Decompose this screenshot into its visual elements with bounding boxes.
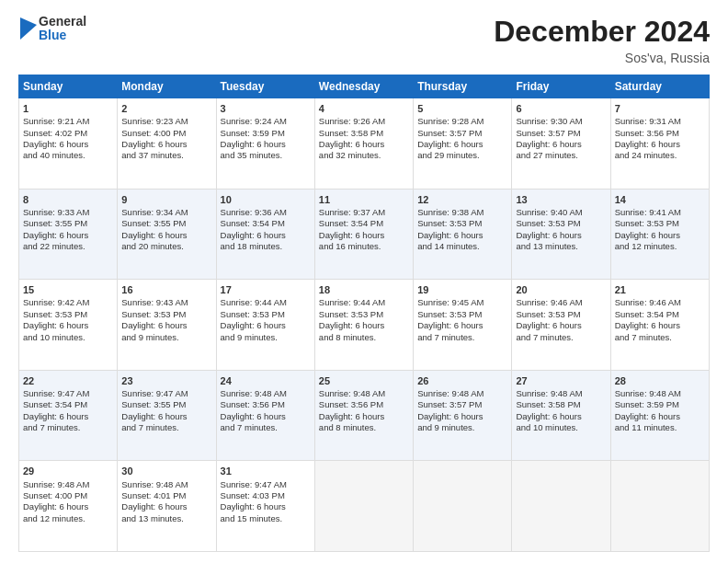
- col-saturday: Saturday: [610, 75, 709, 98]
- day-number: 22: [23, 374, 113, 387]
- month-title: December 2024: [494, 15, 710, 49]
- day-number: 2: [121, 102, 211, 115]
- day-number: 31: [221, 465, 311, 477]
- day-number: 10: [221, 193, 311, 206]
- calendar-cell: 30Sunrise: 9:48 AMSunset: 4:01 PMDayligh…: [118, 461, 216, 552]
- location: Sos'va, Russia: [494, 51, 710, 65]
- day-number: 23: [121, 374, 211, 387]
- day-number: 20: [516, 283, 606, 296]
- title-block: December 2024 Sos'va, Russia: [494, 15, 710, 65]
- calendar-cell: 20Sunrise: 9:46 AMSunset: 3:53 PMDayligh…: [512, 280, 610, 371]
- calendar-cell: 25Sunrise: 9:48 AMSunset: 3:56 PMDayligh…: [314, 370, 413, 461]
- logo-general: General: [39, 15, 86, 29]
- day-number: 15: [23, 283, 113, 296]
- col-wednesday: Wednesday: [314, 75, 413, 98]
- calendar-cell: 3Sunrise: 9:24 AMSunset: 3:59 PMDaylight…: [216, 98, 314, 190]
- calendar-cell: 15Sunrise: 9:42 AMSunset: 3:53 PMDayligh…: [19, 280, 118, 371]
- calendar-week-2: 8Sunrise: 9:33 AMSunset: 3:55 PMDaylight…: [19, 189, 710, 280]
- day-number: 13: [516, 193, 606, 206]
- calendar-cell: [512, 461, 610, 552]
- calendar-cell: 22Sunrise: 9:47 AMSunset: 3:54 PMDayligh…: [19, 370, 118, 461]
- calendar-week-4: 22Sunrise: 9:47 AMSunset: 3:54 PMDayligh…: [19, 370, 710, 461]
- calendar-cell: [414, 461, 512, 552]
- day-number: 25: [319, 374, 409, 387]
- calendar-cell: 23Sunrise: 9:47 AMSunset: 3:55 PMDayligh…: [118, 370, 216, 461]
- day-number: 27: [516, 374, 606, 387]
- calendar-cell: 1Sunrise: 9:21 AMSunset: 4:02 PMDaylight…: [19, 98, 118, 190]
- day-number: 11: [319, 193, 409, 206]
- day-number: 21: [615, 283, 705, 296]
- calendar-header-row: Sunday Monday Tuesday Wednesday Thursday…: [19, 75, 710, 98]
- calendar-cell: 6Sunrise: 9:30 AMSunset: 3:57 PMDaylight…: [512, 98, 610, 190]
- calendar-cell: 16Sunrise: 9:43 AMSunset: 3:53 PMDayligh…: [118, 280, 216, 371]
- calendar-cell: 21Sunrise: 9:46 AMSunset: 3:54 PMDayligh…: [610, 280, 709, 371]
- col-tuesday: Tuesday: [216, 75, 314, 98]
- logo-icon: [20, 17, 37, 40]
- col-thursday: Thursday: [414, 75, 512, 98]
- calendar-cell: 28Sunrise: 9:48 AMSunset: 3:59 PMDayligh…: [610, 370, 709, 461]
- day-number: 28: [615, 374, 705, 387]
- calendar-week-1: 1Sunrise: 9:21 AMSunset: 4:02 PMDaylight…: [19, 98, 710, 190]
- logo: General Blue: [18, 15, 86, 43]
- day-number: 3: [221, 102, 311, 115]
- day-number: 8: [23, 193, 113, 206]
- day-number: 30: [121, 465, 211, 477]
- day-number: 24: [221, 374, 311, 387]
- calendar-cell: 19Sunrise: 9:45 AMSunset: 3:53 PMDayligh…: [414, 280, 512, 371]
- calendar-cell: 26Sunrise: 9:48 AMSunset: 3:57 PMDayligh…: [414, 370, 512, 461]
- calendar-cell: 13Sunrise: 9:40 AMSunset: 3:53 PMDayligh…: [512, 189, 610, 280]
- calendar-cell: 18Sunrise: 9:44 AMSunset: 3:53 PMDayligh…: [314, 280, 413, 371]
- page: General Blue December 2024 Sos'va, Russi…: [0, 0, 728, 563]
- calendar-cell: [610, 461, 709, 552]
- calendar-cell: 2Sunrise: 9:23 AMSunset: 4:00 PMDaylight…: [118, 98, 216, 190]
- calendar-cell: 24Sunrise: 9:48 AMSunset: 3:56 PMDayligh…: [216, 370, 314, 461]
- calendar-week-3: 15Sunrise: 9:42 AMSunset: 3:53 PMDayligh…: [19, 280, 710, 371]
- day-number: 4: [319, 102, 409, 115]
- calendar-cell: 4Sunrise: 9:26 AMSunset: 3:58 PMDaylight…: [314, 98, 413, 190]
- col-sunday: Sunday: [19, 75, 118, 98]
- calendar-cell: 11Sunrise: 9:37 AMSunset: 3:54 PMDayligh…: [314, 189, 413, 280]
- calendar-cell: 8Sunrise: 9:33 AMSunset: 3:55 PMDaylight…: [19, 189, 118, 280]
- calendar-cell: [314, 461, 413, 552]
- calendar-cell: 5Sunrise: 9:28 AMSunset: 3:57 PMDaylight…: [414, 98, 512, 190]
- day-number: 5: [417, 102, 507, 115]
- day-number: 17: [221, 283, 311, 296]
- calendar-cell: 27Sunrise: 9:48 AMSunset: 3:58 PMDayligh…: [512, 370, 610, 461]
- calendar-table: Sunday Monday Tuesday Wednesday Thursday…: [18, 75, 710, 552]
- day-number: 1: [23, 102, 113, 115]
- calendar-cell: 31Sunrise: 9:47 AMSunset: 4:03 PMDayligh…: [216, 461, 314, 552]
- header: General Blue December 2024 Sos'va, Russi…: [18, 15, 710, 65]
- calendar-cell: 10Sunrise: 9:36 AMSunset: 3:54 PMDayligh…: [216, 189, 314, 280]
- logo-blue: Blue: [39, 29, 86, 42]
- svg-marker-0: [20, 17, 37, 40]
- day-number: 16: [121, 283, 211, 296]
- col-monday: Monday: [118, 75, 216, 98]
- day-number: 12: [417, 193, 507, 206]
- day-number: 6: [516, 102, 606, 115]
- calendar-cell: 7Sunrise: 9:31 AMSunset: 3:56 PMDaylight…: [610, 98, 709, 190]
- day-number: 7: [615, 102, 705, 115]
- day-number: 9: [121, 193, 211, 206]
- calendar-cell: 14Sunrise: 9:41 AMSunset: 3:53 PMDayligh…: [610, 189, 709, 280]
- day-number: 14: [615, 193, 705, 206]
- calendar-week-5: 29Sunrise: 9:48 AMSunset: 4:00 PMDayligh…: [19, 461, 710, 552]
- calendar-cell: 17Sunrise: 9:44 AMSunset: 3:53 PMDayligh…: [216, 280, 314, 371]
- calendar-cell: 29Sunrise: 9:48 AMSunset: 4:00 PMDayligh…: [19, 461, 118, 552]
- calendar-cell: 12Sunrise: 9:38 AMSunset: 3:53 PMDayligh…: [414, 189, 512, 280]
- day-number: 29: [23, 465, 113, 477]
- day-number: 18: [319, 283, 409, 296]
- day-number: 19: [417, 283, 507, 296]
- logo-text: General Blue: [39, 15, 86, 43]
- day-number: 26: [417, 374, 507, 387]
- calendar-cell: 9Sunrise: 9:34 AMSunset: 3:55 PMDaylight…: [118, 189, 216, 280]
- col-friday: Friday: [512, 75, 610, 98]
